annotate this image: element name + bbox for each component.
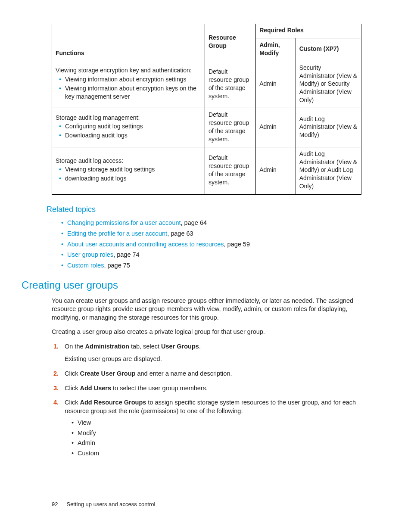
cell-functions: Storage audit log management: Configurin…: [52, 108, 205, 147]
related-link[interactable]: Editing the profile for a user account: [67, 230, 167, 237]
step-text: to select the user group members.: [111, 385, 208, 392]
step: Click Add Resource Groups to assign spec…: [61, 398, 361, 457]
cell-admin: Admin: [256, 147, 296, 194]
roles-table: Functions Resource Group Required Roles …: [52, 24, 361, 195]
row-title: Storage audit log management:: [56, 114, 140, 121]
table-row: Viewing storage encryption key and authe…: [52, 61, 361, 108]
page-footer: 92Setting up users and access control: [52, 501, 155, 508]
section-heading: Creating user groups: [22, 278, 361, 292]
document-page: Functions Resource Group Required Roles …: [0, 0, 411, 532]
page-ref: , page 74: [113, 251, 139, 258]
list-item: Downloading audit logs: [65, 131, 201, 140]
step-text: Click: [65, 399, 80, 406]
list-item: Viewing storage audit log settings: [65, 165, 201, 174]
th-functions: Functions: [52, 24, 205, 61]
bold-term: User Groups: [161, 343, 199, 350]
table-row: Storage audit log management: Configurin…: [52, 108, 361, 147]
th-required-roles: Required Roles: [256, 24, 361, 38]
related-link[interactable]: User group roles: [67, 251, 113, 258]
step-text: .: [199, 343, 201, 350]
related-link[interactable]: About user accounts and controlling acce…: [67, 241, 224, 248]
list-item: Changing permissions for a user account,…: [67, 219, 361, 227]
list-item: View: [78, 419, 361, 427]
step-text: and enter a name and description.: [135, 370, 232, 377]
procedure-steps: On the Administration tab, select User G…: [52, 342, 361, 458]
list-item: Viewing information about encryption key…: [65, 84, 201, 101]
step-text: tab, select: [129, 343, 161, 350]
list-item: Configuring audit log settings: [65, 122, 201, 131]
page-ref: , page 59: [224, 241, 250, 248]
list-item: Admin: [78, 439, 361, 448]
cell-custom: Security Administrator (View & Modify) o…: [296, 61, 361, 108]
cell-custom: Audit Log Administrator (View & Modify) …: [296, 147, 361, 194]
bold-term: Create User Group: [80, 370, 135, 377]
list-item: About user accounts and controlling acce…: [67, 240, 361, 249]
bold-term: Add Resource Groups: [80, 399, 146, 406]
list-item: User group roles, page 74: [67, 251, 361, 259]
cell-custom: Audit Log Administrator (View & Modify): [296, 108, 361, 147]
related-topics-list: Changing permissions for a user account,…: [52, 219, 361, 270]
cell-functions: Storage audit log access: Viewing storag…: [52, 147, 205, 194]
page-number: 92: [52, 501, 58, 507]
th-custom: Custom (XP7): [296, 38, 361, 61]
cell-resource: Default resource group of the storage sy…: [205, 147, 255, 194]
related-topics-heading: Related topics: [47, 204, 361, 215]
page-ref: , page 64: [181, 219, 207, 226]
body-paragraph: Creating a user group also creates a pri…: [52, 328, 361, 336]
step-result: Existing user groups are displayed.: [65, 355, 361, 364]
page-ref: , page 75: [104, 262, 130, 269]
th-admin-modify: Admin, Modify: [256, 38, 296, 61]
cell-functions: Viewing storage encryption key and authe…: [52, 61, 205, 108]
list-item: Custom roles, page 75: [67, 261, 361, 270]
related-link[interactable]: Changing permissions for a user account: [67, 219, 181, 226]
list-item: Editing the profile for a user account, …: [67, 230, 361, 238]
list-item: Custom: [78, 449, 361, 458]
list-item: downloading audit logs: [65, 174, 201, 183]
page-ref: , page 63: [167, 230, 193, 237]
list-item: Viewing information about encryption set…: [65, 75, 201, 84]
step: Click Create User Group and enter a name…: [61, 370, 361, 378]
table-row: Storage audit log access: Viewing storag…: [52, 147, 361, 194]
cell-resource: Default resource group of the storage sy…: [205, 108, 255, 147]
step-text: On the: [65, 343, 85, 350]
cell-admin: Admin: [256, 108, 296, 147]
bold-term: Add Users: [80, 385, 111, 392]
related-link[interactable]: Custom roles: [67, 262, 104, 269]
bold-term: Administration: [85, 343, 129, 350]
step: On the Administration tab, select User G…: [61, 342, 361, 364]
cell-resource: Default resource group of the storage sy…: [205, 61, 255, 108]
step: Click Add Users to select the user group…: [61, 384, 361, 393]
list-item: Modify: [78, 429, 361, 438]
body-paragraph: You can create user groups and assign re…: [52, 297, 361, 322]
th-resource-group: Resource Group: [205, 24, 255, 61]
row-title: Storage audit log access:: [56, 157, 123, 164]
footer-title: Setting up users and access control: [66, 501, 155, 507]
row-title: Viewing storage encryption key and authe…: [56, 67, 192, 74]
step-text: Click: [65, 385, 80, 392]
cell-admin: Admin: [256, 61, 296, 108]
step-text: Click: [65, 370, 80, 377]
